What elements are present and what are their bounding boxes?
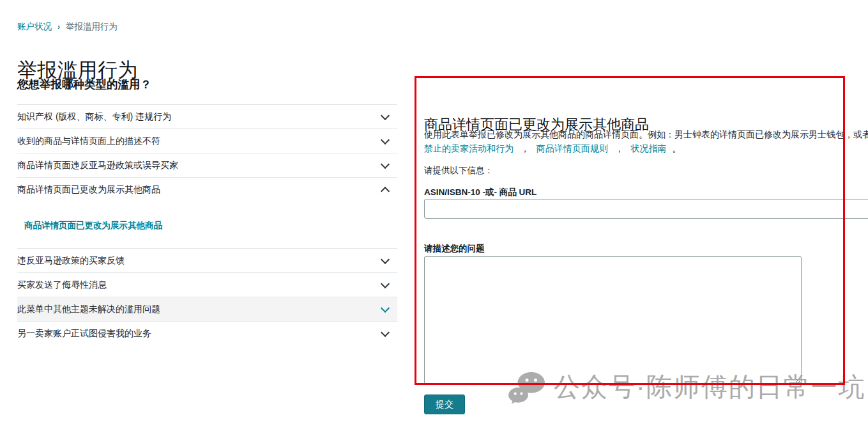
breadcrumb-current: 举报滥用行为: [66, 21, 118, 33]
chevron-down-icon: [381, 254, 390, 263]
accordion-item-policy-violation[interactable]: 商品详情页面违反亚马逊政策或误导买家: [17, 153, 397, 177]
accordion-item-label: 知识产权 (版权、商标、专利) 违规行为: [17, 111, 171, 123]
accordion-item-buyer-feedback-violation[interactable]: 违反亚马逊政策的买家反馈: [17, 248, 397, 272]
breadcrumb-separator-icon: ›: [57, 22, 60, 31]
link-detail-page-rules[interactable]: 商品详情页面规则: [537, 143, 608, 153]
chevron-down-icon: [381, 279, 390, 288]
accordion-item-label: 此菜单中其他主题未解决的滥用问题: [17, 304, 160, 315]
abuse-type-accordion: 知识产权 (版权、商标、专利) 违规行为 收到的商品与详情页面上的描述不符 商品…: [17, 104, 397, 345]
accordion-item-other-abuse[interactable]: 此菜单中其他主题未解决的滥用问题: [17, 297, 397, 321]
chevron-up-icon: [381, 186, 390, 195]
describe-issue-textarea[interactable]: [424, 256, 802, 384]
submit-button[interactable]: 提交: [424, 395, 465, 414]
sentence-period: 。: [672, 143, 681, 153]
watermark: 公众号·陈师傅的日常一坑: [508, 370, 866, 405]
accordion-expanded-content: 商品详情页面已更改为展示其他商品: [17, 201, 397, 248]
chevron-down-icon: [381, 303, 390, 312]
link-prohibited-seller-activities[interactable]: 禁止的卖家活动和行为: [424, 143, 514, 153]
asin-field-label: ASIN/ISBN-10 -或- 商品 URL: [424, 187, 537, 198]
accordion-item-ip-violation[interactable]: 知识产权 (版权、商标、专利) 违规行为: [17, 104, 397, 129]
chevron-down-icon: [381, 327, 390, 336]
selected-abuse-type-link[interactable]: 商品详情页面已更改为展示其他商品: [24, 221, 162, 230]
accordion-item-label: 商品详情页面违反亚马逊政策或误导买家: [17, 160, 178, 171]
describe-issue-label: 请描述您的问题: [424, 243, 485, 254]
breadcrumb: 账户状况 › 举报滥用行为: [17, 21, 118, 33]
report-form-description: 使用此表单举报已修改为展示其他商品的商品详情页面。例如：男士钟表的详情页面已修改…: [424, 127, 868, 141]
watermark-text: 公众号·陈师傅的日常一坑: [554, 370, 866, 405]
chevron-down-icon: [381, 111, 390, 120]
accordion-item-label: 收到的商品与详情页面上的描述不符: [17, 136, 160, 147]
accordion-item-detail-page-changed[interactable]: 商品详情页面已更改为展示其他商品: [17, 177, 397, 201]
link-separator: ，: [615, 143, 624, 153]
accordion-item-label: 违反亚马逊政策的买家反馈: [17, 255, 125, 267]
accordion-item-abusive-messages[interactable]: 买家发送了侮辱性消息: [17, 272, 397, 297]
accordion-item-label: 商品详情页面已更改为展示其他商品: [17, 184, 160, 196]
accordion-item-label: 买家发送了侮辱性消息: [17, 279, 107, 291]
link-condition-guide[interactable]: 状况指南: [631, 143, 667, 153]
chevron-down-icon: [381, 159, 390, 168]
form-instruction: 请提供以下信息：: [424, 165, 493, 176]
wechat-icon: [508, 371, 547, 404]
link-separator: ，: [521, 143, 529, 153]
report-form-help-links: 禁止的卖家活动和行为 ， 商品详情页面规则 ， 状况指南 。: [424, 141, 681, 155]
breadcrumb-link-account-health[interactable]: 账户状况: [17, 21, 52, 33]
accordion-item-label: 另一卖家账户正试图侵害我的业务: [17, 328, 151, 340]
page-subtitle: 您想举报哪种类型的滥用？: [17, 77, 151, 92]
chevron-down-icon: [381, 135, 390, 144]
accordion-item-not-as-described[interactable]: 收到的商品与详情页面上的描述不符: [17, 129, 397, 153]
asin-input[interactable]: [424, 199, 868, 219]
accordion-item-another-seller-harming[interactable]: 另一卖家账户正试图侵害我的业务: [17, 321, 397, 345]
